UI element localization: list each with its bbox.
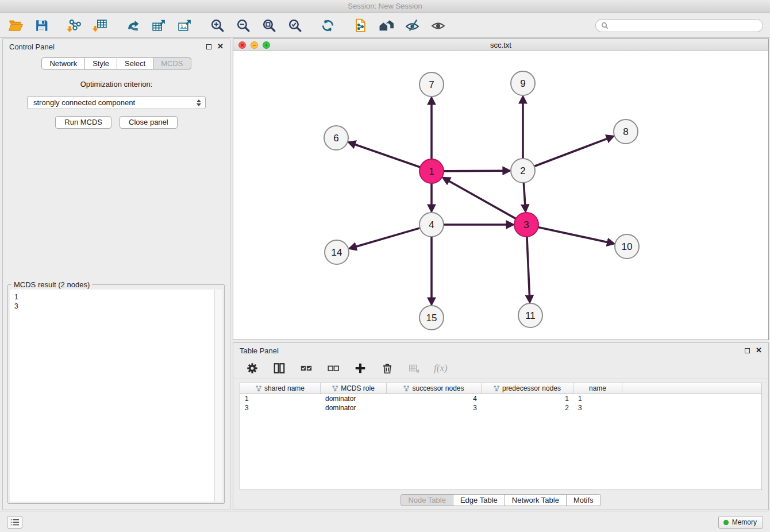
svg-text:15: 15 xyxy=(426,313,437,323)
graph-edge-2-3[interactable] xyxy=(523,183,525,205)
table-cell[interactable]: 2 xyxy=(482,403,573,413)
zoom-selected-icon[interactable] xyxy=(286,17,303,34)
graph-edge-2-8[interactable] xyxy=(534,138,608,166)
tab-mcds[interactable]: MCDS xyxy=(153,57,191,70)
run-mcds-button[interactable]: Run MCDS xyxy=(55,116,111,129)
status-bar: Memory xyxy=(0,511,770,532)
table-row[interactable]: 1dominator411 xyxy=(240,394,761,403)
result-scrollbar[interactable] xyxy=(214,290,222,502)
graph-node-1[interactable]: 1 xyxy=(419,159,444,183)
zoom-in-icon[interactable] xyxy=(209,17,226,34)
float-table-panel-icon[interactable] xyxy=(745,348,750,353)
import-network-icon[interactable] xyxy=(66,17,83,34)
table-tabs: Node Table Edge Table Network Table Moti… xyxy=(233,494,768,506)
column-header[interactable]: MCDS role xyxy=(321,383,387,394)
table-cell[interactable]: dominator xyxy=(321,403,387,413)
table-panel: Table Panel ✕ f(x) xyxy=(233,342,769,510)
delete-table-icon xyxy=(407,361,422,376)
mcds-result-group: MCDS result (2 nodes) 1 3 xyxy=(7,284,225,504)
table-cell[interactable]: dominator xyxy=(321,394,387,403)
column-header[interactable]: predecessor nodes xyxy=(482,383,573,394)
column-header[interactable]: shared name xyxy=(240,383,321,394)
graph-edge-4-14[interactable] xyxy=(356,228,420,247)
tab-style[interactable]: Style xyxy=(84,57,117,70)
tab-network[interactable]: Network xyxy=(41,57,85,70)
refresh-icon[interactable] xyxy=(319,17,336,34)
graph-node-7[interactable]: 7 xyxy=(419,72,444,97)
criterion-dropdown-value: strongly connected component xyxy=(33,98,135,107)
tab-motifs[interactable]: Motifs xyxy=(566,494,601,506)
table-cell[interactable]: 4 xyxy=(387,394,482,403)
close-panel-icon[interactable]: ✕ xyxy=(217,44,224,49)
table-cell[interactable]: 3 xyxy=(240,403,321,413)
close-window-icon[interactable]: ✕ xyxy=(238,41,246,49)
document-share-icon[interactable] xyxy=(352,17,369,34)
tab-network-table[interactable]: Network Table xyxy=(505,494,567,506)
export-image-icon[interactable] xyxy=(176,17,193,34)
search-input[interactable] xyxy=(611,21,757,30)
search-field[interactable] xyxy=(595,19,763,32)
graph-edge-3-11[interactable] xyxy=(527,237,530,296)
graph-node-15[interactable]: 15 xyxy=(419,306,444,330)
show-columns-icon[interactable] xyxy=(272,361,287,376)
graph-node-9[interactable]: 9 xyxy=(511,71,535,95)
graph-node-10[interactable]: 10 xyxy=(615,234,639,259)
float-panel-icon[interactable] xyxy=(206,44,211,49)
memory-button[interactable]: Memory xyxy=(718,516,763,529)
tab-select[interactable]: Select xyxy=(117,57,153,70)
minimize-window-icon[interactable]: − xyxy=(251,41,258,49)
node-table-header: shared name MCDS role successor nodes pr… xyxy=(240,383,761,394)
network-window-title: scc.txt xyxy=(490,41,511,49)
graph-edge-3-10[interactable] xyxy=(538,227,608,242)
column-header[interactable]: successor nodes xyxy=(387,383,482,394)
table-panel-header: Table Panel ✕ xyxy=(233,343,768,358)
view-group xyxy=(352,17,446,34)
graph-node-3[interactable]: 3 xyxy=(514,213,538,237)
save-session-icon[interactable] xyxy=(33,17,50,34)
column-header[interactable]: name xyxy=(573,383,622,394)
network-canvas[interactable]: 7968124314101511 xyxy=(233,51,768,340)
graph-node-14[interactable]: 14 xyxy=(325,240,349,264)
memory-status-icon xyxy=(723,520,729,525)
table-cell[interactable]: 1 xyxy=(482,394,573,403)
delete-column-icon[interactable] xyxy=(380,361,395,376)
graph-node-6[interactable]: 6 xyxy=(324,126,348,150)
eye-brush-icon[interactable] xyxy=(403,17,421,34)
eye-icon[interactable] xyxy=(429,17,446,34)
graph-edge-3-1[interactable] xyxy=(449,181,516,219)
graph-node-4[interactable]: 4 xyxy=(419,213,444,237)
home-icon[interactable] xyxy=(378,17,395,34)
open-file-icon[interactable] xyxy=(7,17,24,34)
graph-node-2[interactable]: 2 xyxy=(511,159,535,183)
network-graph[interactable]: 7968124314101511 xyxy=(233,51,768,340)
select-all-icon[interactable] xyxy=(299,361,314,376)
close-panel-button[interactable]: Close panel xyxy=(120,116,178,129)
graph-node-8[interactable]: 8 xyxy=(614,119,638,144)
gear-icon[interactable] xyxy=(245,361,260,376)
add-column-icon[interactable] xyxy=(353,361,368,376)
tab-node-table[interactable]: Node Table xyxy=(401,494,453,506)
graph-node-11[interactable]: 11 xyxy=(518,303,542,327)
zoom-fit-icon[interactable] xyxy=(260,17,278,34)
import-table-icon[interactable] xyxy=(91,17,109,34)
mcds-result-text[interactable]: 1 3 xyxy=(10,290,214,502)
export-table-icon[interactable] xyxy=(150,17,167,34)
graph-edge-1-2[interactable] xyxy=(444,171,503,171)
table-row[interactable]: 3dominator323 xyxy=(240,403,761,413)
criterion-dropdown[interactable]: strongly connected component xyxy=(27,96,206,109)
svg-text:11: 11 xyxy=(525,310,536,321)
table-cell[interactable]: 3 xyxy=(387,403,482,413)
tab-edge-table[interactable]: Edge Table xyxy=(453,494,505,506)
zoom-out-icon[interactable] xyxy=(234,17,252,34)
table-cell[interactable]: 1 xyxy=(573,394,622,403)
table-cell[interactable]: 3 xyxy=(573,403,622,413)
column-attr-icon xyxy=(494,385,500,392)
table-cell[interactable]: 1 xyxy=(240,394,321,403)
network-arrows-icon[interactable] xyxy=(124,17,141,34)
task-history-button[interactable] xyxy=(7,516,22,529)
close-table-panel-icon[interactable]: ✕ xyxy=(756,348,762,353)
graph-edge-1-6[interactable] xyxy=(355,144,420,167)
deselect-all-icon[interactable] xyxy=(326,361,341,376)
dropdown-arrows-icon xyxy=(197,99,201,106)
maximize-window-icon[interactable]: + xyxy=(263,41,270,49)
